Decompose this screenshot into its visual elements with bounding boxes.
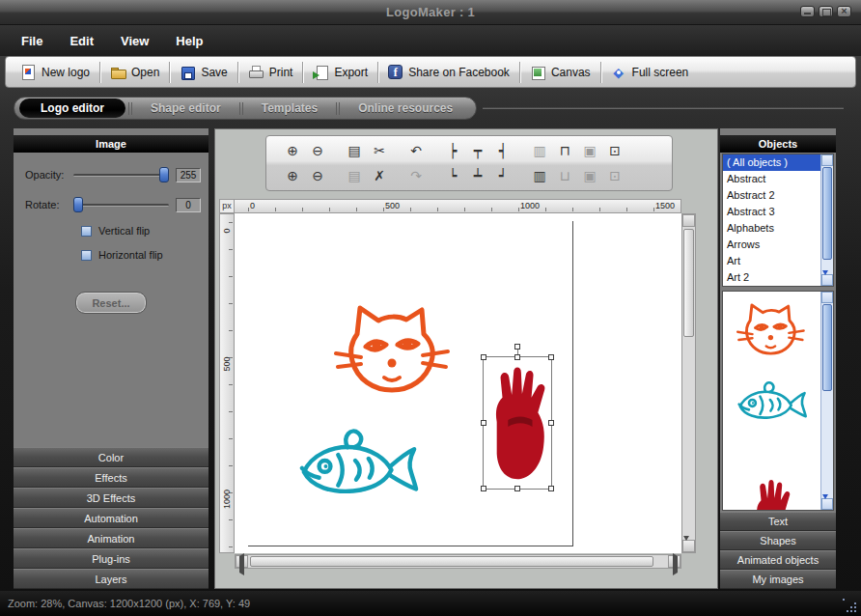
align-right-icon[interactable]: ┥ bbox=[490, 139, 515, 162]
scroll-left-button[interactable] bbox=[236, 555, 248, 568]
delete-icon[interactable]: ✗ bbox=[367, 164, 392, 187]
selection-handle-s[interactable] bbox=[514, 486, 520, 491]
category-list-scrollbar[interactable] bbox=[820, 154, 833, 286]
title-bar[interactable]: LogoMaker : 1 bbox=[0, 0, 861, 25]
print-button[interactable]: Print bbox=[239, 60, 302, 85]
selection-handle-ne[interactable] bbox=[548, 354, 554, 360]
selection-handle-e[interactable] bbox=[548, 420, 554, 426]
category-all-objects[interactable]: ( All objects ) bbox=[723, 154, 820, 171]
rotate-value-field[interactable]: 0 bbox=[176, 198, 201, 212]
undo-icon[interactable]: ↶ bbox=[403, 139, 429, 162]
menu-view[interactable]: View bbox=[121, 34, 149, 48]
selection-handle-sw[interactable] bbox=[481, 486, 486, 491]
vertical-scroll-thumb[interactable] bbox=[683, 229, 694, 337]
share-facebook-button[interactable]: Share on Facebook bbox=[379, 60, 518, 85]
horizontal-scroll-thumb[interactable] bbox=[250, 556, 653, 567]
scroll-down-button[interactable] bbox=[682, 540, 695, 552]
category-abstract[interactable]: Abstract bbox=[723, 171, 820, 187]
zoom-selection-icon[interactable]: ⊕ bbox=[280, 164, 305, 187]
duplicate-icon[interactable]: ▥ bbox=[527, 139, 552, 162]
category-abstract-2[interactable]: Abstract 2 bbox=[723, 187, 820, 204]
copy-icon[interactable]: ▤ bbox=[342, 139, 367, 162]
category-art-2[interactable]: Art 2 bbox=[723, 269, 820, 286]
menu-file[interactable]: File bbox=[21, 34, 42, 48]
copy-style-icon[interactable]: ▥ bbox=[527, 164, 552, 187]
animated-objects-section-button[interactable]: Animated objects bbox=[720, 550, 836, 570]
my-images-section-button[interactable]: My images bbox=[720, 570, 836, 589]
menu-edit[interactable]: Edit bbox=[69, 34, 94, 48]
category-alphabets[interactable]: Alphabets bbox=[723, 220, 820, 237]
section-animation[interactable]: Animation bbox=[14, 528, 208, 548]
opacity-slider[interactable] bbox=[73, 167, 169, 182]
export-button[interactable]: Export bbox=[304, 60, 376, 85]
canvas-button[interactable]: Canvas bbox=[521, 60, 599, 85]
selection-box[interactable] bbox=[483, 356, 552, 490]
align-top-icon[interactable]: ┯ bbox=[465, 139, 490, 162]
align-center-icon[interactable]: ┙ bbox=[490, 164, 515, 187]
minimize-button[interactable] bbox=[800, 6, 815, 17]
category-art[interactable]: Art bbox=[723, 253, 820, 269]
rotation-handle[interactable] bbox=[514, 344, 520, 350]
category-arrows[interactable]: Arrows bbox=[723, 237, 820, 253]
save-button[interactable]: Save bbox=[171, 60, 236, 85]
canvas-area[interactable]: ⊕ ⊖ ▤ ✂ ↶ ┝ ┯ ┥ ▥ ⊓ ▣ ⊡ ⊕ ⊖ ▤ bbox=[214, 128, 718, 589]
cut-icon[interactable]: ✂ bbox=[367, 139, 392, 162]
section-plug-ins[interactable]: Plug-ins bbox=[14, 548, 208, 569]
selection-handle-w[interactable] bbox=[481, 420, 486, 426]
preview-scroll-thumb[interactable] bbox=[822, 304, 832, 391]
preview-list-scrollbar[interactable] bbox=[820, 292, 833, 510]
crop-icon[interactable]: ⊡ bbox=[602, 164, 627, 187]
rotate-slider-thumb[interactable] bbox=[73, 197, 83, 212]
send-backward-icon[interactable]: ▣ bbox=[577, 164, 602, 187]
tab-templates[interactable]: Templates bbox=[246, 98, 333, 118]
cat-thumbnail[interactable] bbox=[736, 297, 806, 357]
redo-icon[interactable]: ↷ bbox=[403, 164, 429, 187]
align-bottom-icon[interactable]: ┕ bbox=[440, 164, 465, 187]
lock-icon[interactable]: ⊓ bbox=[552, 139, 577, 162]
section-3d-effects[interactable]: 3D Effects bbox=[14, 488, 208, 508]
cat-face-object[interactable] bbox=[334, 294, 452, 397]
canvas-vertical-scrollbar[interactable] bbox=[681, 213, 696, 553]
zoom-in-icon[interactable]: ⊕ bbox=[280, 139, 305, 162]
section-color[interactable]: Color bbox=[14, 447, 208, 467]
align-middle-icon[interactable]: ┷ bbox=[465, 164, 490, 187]
resize-grip-icon[interactable] bbox=[843, 599, 856, 612]
zoom-fit-icon[interactable]: ⊖ bbox=[305, 164, 330, 187]
tab-logo-editor[interactable]: Logo editor bbox=[19, 98, 125, 118]
close-button[interactable] bbox=[837, 6, 851, 17]
open-button[interactable]: Open bbox=[101, 60, 168, 85]
category-scroll-thumb[interactable] bbox=[822, 167, 832, 260]
transform-icon[interactable]: ⊡ bbox=[602, 139, 627, 162]
category-abstract-3[interactable]: Abstract 3 bbox=[723, 204, 820, 220]
reset-button[interactable]: Reset... bbox=[75, 292, 147, 314]
zoom-out-icon[interactable]: ⊖ bbox=[305, 139, 330, 162]
opacity-slider-track[interactable] bbox=[73, 174, 169, 177]
rotate-slider[interactable] bbox=[73, 197, 169, 212]
fish-thumbnail[interactable] bbox=[735, 377, 808, 423]
selection-handle-se[interactable] bbox=[548, 486, 554, 491]
section-automation[interactable]: Automation bbox=[14, 508, 208, 528]
horizontal-flip-checkbox[interactable] bbox=[81, 250, 92, 261]
canvas-horizontal-scrollbar[interactable] bbox=[235, 554, 681, 569]
hand-thumbnail[interactable] bbox=[751, 477, 792, 511]
section-layers[interactable]: Layers bbox=[14, 569, 208, 589]
scroll-right-button[interactable] bbox=[668, 555, 680, 568]
selection-handle-n[interactable] bbox=[514, 354, 520, 360]
menu-help[interactable]: Help bbox=[176, 34, 203, 48]
align-left-icon[interactable]: ┝ bbox=[440, 139, 465, 162]
vertical-flip-checkbox[interactable] bbox=[81, 226, 92, 237]
rotate-slider-track[interactable] bbox=[73, 204, 169, 207]
full-screen-button[interactable]: Full screen bbox=[602, 60, 698, 85]
new-logo-button[interactable]: New logo bbox=[12, 60, 98, 85]
unlock-icon[interactable]: ⊔ bbox=[552, 164, 577, 187]
canvas-page[interactable] bbox=[235, 213, 681, 553]
tab-online-resources[interactable]: Online resources bbox=[343, 98, 468, 118]
fish-object[interactable] bbox=[294, 422, 420, 499]
scroll-up-button[interactable] bbox=[682, 214, 695, 227]
scroll-down-button[interactable] bbox=[821, 274, 833, 286]
scroll-down-button[interactable] bbox=[821, 498, 833, 510]
selection-handle-nw[interactable] bbox=[481, 354, 486, 360]
maximize-button[interactable] bbox=[819, 6, 833, 17]
opacity-value-field[interactable]: 255 bbox=[176, 168, 201, 182]
scroll-up-button[interactable] bbox=[821, 154, 833, 166]
